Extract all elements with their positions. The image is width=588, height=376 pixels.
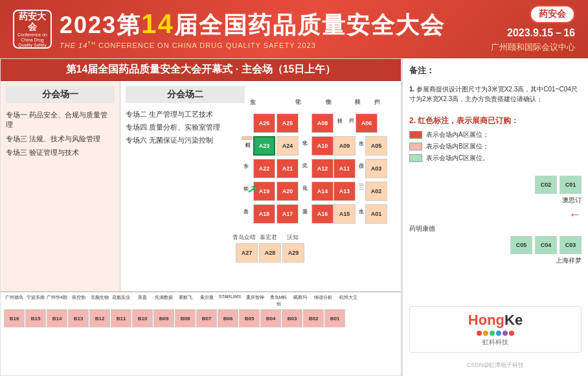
drugmingkangde-label: 药明康德 xyxy=(409,224,435,233)
booth-A25: A25 xyxy=(277,113,299,133)
co-label-9: 赛默飞 xyxy=(175,294,196,307)
booth-C04: C04 xyxy=(535,236,557,254)
co-label-2: 宁波东南 xyxy=(25,294,46,307)
logo-sub-text: Conference onChina DrugQuality Safety xyxy=(17,32,47,47)
co-label-1: 广州德岛 xyxy=(4,294,25,307)
map-area: 分会场一 专场一 药品安全、合规与质量管理 专场三 法规、技术与风险管理 专场三… xyxy=(1,81,401,375)
subtitle: THE 14TH CONFERENCE ON CHINA DRUG QUALIT… xyxy=(60,40,445,49)
hong-text: Hong xyxy=(468,312,504,328)
booth-A14: A14 xyxy=(311,182,334,201)
booth-A10: A10 xyxy=(311,136,334,156)
sub-venue-1-item-3: 专场三 验证管理与技术 xyxy=(6,146,115,159)
c-row-top: C02 C01 xyxy=(409,176,582,194)
sub-venue-2-title: 分会场二 xyxy=(126,86,245,103)
title-block: 2023第14届全国药品质量安全大会 THE 14TH CONFERENCE O… xyxy=(60,9,445,49)
notes-title: 备注： xyxy=(409,65,582,76)
app-container: 药安大会 Conference onChina DrugQuality Safe… xyxy=(0,0,588,376)
title-suffix: 届全国药品质量安全大会 xyxy=(174,12,445,38)
c-booths-section: C02 C01 澳思订 ← 药明康德 C05 C04 C03 上海祥梦 xyxy=(409,176,582,265)
booth-B01: B01 xyxy=(324,309,345,327)
co-label-8: 先满数据 xyxy=(153,294,174,307)
b-row-booths: B16 B15 B14 B13 B12 B11 B10 B09 B08 B07 … xyxy=(1,309,401,327)
sub-venue-2-items: 专场二 生产管理与工艺技术 专场四 质量分析、实验室管理 专场六 无菌保证与污染… xyxy=(126,108,245,147)
sub-venue-1-item-1: 专场一 药品安全、合规与质量管理 xyxy=(6,108,115,132)
booth-C01: C01 xyxy=(560,176,582,194)
booth-A26: A26 xyxy=(253,113,275,133)
dot-2 xyxy=(483,331,488,336)
right-panel: 备注： 1. 参展商提供设计图尺寸为3米宽X2.3高，其中C01~C04尺寸为2… xyxy=(401,58,588,376)
booth-A06: A06 xyxy=(356,113,378,133)
sub-venue-1-item-2: 专场三 法规、技术与风险管理 xyxy=(6,132,115,146)
co-label-16: 杭州大立 xyxy=(336,294,361,307)
booth-B12: B12 xyxy=(89,309,110,327)
co-label-14: 噶斯玛 xyxy=(289,294,310,307)
booth-A29: A29 xyxy=(282,243,304,263)
header: 药安大会 Conference onChina DrugQuality Safe… xyxy=(0,0,588,58)
dot-1 xyxy=(477,331,482,336)
booth-B07: B07 xyxy=(196,309,217,327)
ke-text: Ke xyxy=(504,312,523,328)
conf-title-bar: 第14届全国药品质量安全大会开幕式 · 主会场（15日上午） xyxy=(1,59,401,81)
legend-box-light-red xyxy=(409,143,422,150)
co-label-6: 花魁实业 xyxy=(111,294,131,307)
logo: 药安大会 Conference onChina DrugQuality Safe… xyxy=(13,10,52,49)
booth-C03: C03 xyxy=(560,236,582,254)
co-label-7: 苏盈 xyxy=(132,294,153,307)
hongke-logo: HongKe 虹科科技 xyxy=(409,306,582,353)
booth-B05: B05 xyxy=(239,309,260,327)
dot-4 xyxy=(496,331,501,336)
co-label-4: 依控勃 xyxy=(68,294,89,307)
main-content: 第14届全国药品质量安全大会开幕式 · 主会场（15日上午） 分会场一 专场一 … xyxy=(0,58,588,376)
booth-A23: A23 xyxy=(253,136,275,156)
co-label-13: 青岛M科创 xyxy=(268,294,289,307)
booth-A05: A05 xyxy=(365,136,387,156)
booth-B04: B04 xyxy=(260,309,281,327)
dot-3 xyxy=(490,331,495,336)
title-prefix: 2023第 xyxy=(60,12,141,38)
booth-C02: C02 xyxy=(535,176,557,194)
dot-6 xyxy=(509,331,514,336)
note-1: 1. 参展商提供设计图尺寸为3米宽X2.3高，其中C01~C04尺寸为2米宽X2… xyxy=(409,84,582,104)
taihong-label: 泰宏君 xyxy=(260,233,277,242)
booth-B08: B08 xyxy=(175,309,196,327)
co-label-15: 纳谐分析 xyxy=(311,294,335,307)
title-num: 14 xyxy=(141,8,174,39)
dengcai-label: 灯料 xyxy=(242,136,253,140)
hongke-sub: 虹科科技 xyxy=(415,338,576,347)
legend-item-green: 表示会场内C区展位。 xyxy=(409,154,582,163)
booth-A13: A13 xyxy=(334,182,356,201)
dot-5 xyxy=(503,331,508,336)
header-right: 药安会 2023.9.15－16 广州颐和国际会议中心 xyxy=(491,5,575,53)
main-title: 2023第14届全国药品质量安全大会 xyxy=(60,9,445,39)
booth-A22: A22 xyxy=(253,159,275,178)
booth-A16: A16 xyxy=(311,204,334,224)
header-date: 2023.9.15－16 xyxy=(491,27,575,40)
legend-label-green: 表示会场内C区展位。 xyxy=(426,154,489,163)
legend-title: 2. 红色标注，表示展商已订购： xyxy=(409,115,582,126)
booth-A12: A12 xyxy=(311,159,334,178)
booth-B03: B03 xyxy=(282,309,302,327)
venue-map-panel: 第14届全国药品质量安全大会开幕式 · 主会场（15日上午） 分会场一 专场一 … xyxy=(0,58,401,376)
sub2-item-1: 专场二 生产管理与工艺技术 xyxy=(126,108,245,121)
booth-B06: B06 xyxy=(218,309,238,327)
co-label-3: 广州华4朗 xyxy=(47,294,67,307)
qingdao-label: 青岛众晴 xyxy=(232,233,256,242)
booth-B15: B15 xyxy=(25,309,46,327)
booth-B14: B14 xyxy=(47,309,67,327)
booth-C05: C05 xyxy=(510,236,532,254)
booth-A01: A01 xyxy=(365,204,387,224)
sub-venue-1-title: 分会场一 xyxy=(6,86,115,103)
booth-B09: B09 xyxy=(153,309,174,327)
booth-A15: A15 xyxy=(334,204,356,224)
booth-A17: A17 xyxy=(277,204,299,224)
booth-A20: A20 xyxy=(277,182,299,201)
co-label-11: STARLIMS xyxy=(218,294,242,307)
booth-A18: A18 xyxy=(253,204,275,224)
booth-A08: A08 xyxy=(311,113,334,133)
booth-B10: B10 xyxy=(132,309,153,327)
header-left: 药安大会 Conference onChina DrugQuality Safe… xyxy=(13,9,445,49)
aoxueding-label: 澳思订 xyxy=(409,196,582,205)
c-row-bottom: C05 C04 C03 xyxy=(409,236,582,254)
booth-A24: A24 xyxy=(277,136,299,156)
co-label-12: 重庆智神 xyxy=(243,294,267,307)
